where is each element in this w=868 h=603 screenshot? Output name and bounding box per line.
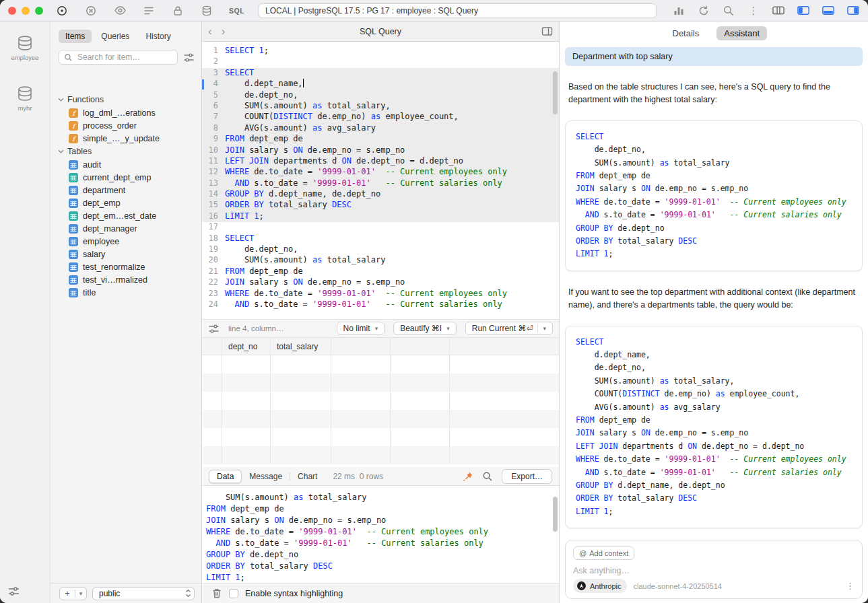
toggle-left-panel-icon[interactable] <box>797 4 810 17</box>
filter-settings-icon[interactable] <box>7 586 20 597</box>
sidebar-item[interactable]: fprocess_order <box>51 119 201 132</box>
lock-icon[interactable] <box>171 4 185 17</box>
toggle-bottom-panel-icon[interactable] <box>822 4 835 17</box>
back-icon[interactable]: ‹ <box>208 26 212 37</box>
tab-assistant[interactable]: Assistant <box>716 26 767 40</box>
tab-bar-icon[interactable] <box>772 4 785 17</box>
code-line: de.dept_no, <box>576 143 852 156</box>
tab-data[interactable]: Data <box>209 470 242 483</box>
sidebar-item[interactable]: audit <box>51 158 201 171</box>
chat-input-placeholder[interactable]: Ask anything… <box>573 566 855 575</box>
main-pane: ‹ › SQL Query 1SELECT 1;23SELECT4 d.dept… <box>202 22 559 603</box>
sidebar-item[interactable]: test_vi…rmalized <box>51 273 201 286</box>
chevron-down-icon: ▾ <box>375 325 378 332</box>
code-line: LIMIT 1; <box>576 248 852 260</box>
message-panel[interactable]: SUM(s.amount) as total_salaryFROM dept_e… <box>202 486 559 583</box>
table-row[interactable] <box>202 392 559 410</box>
sql-badge: SQL <box>229 7 244 15</box>
tab-items[interactable]: Items <box>59 30 92 43</box>
export-button[interactable]: Export… <box>502 469 552 484</box>
chevron-down-icon: ▾ <box>543 325 546 332</box>
schema-select[interactable]: public <box>92 587 195 600</box>
code-line: AVG(s.amount) as avg_salary <box>576 401 852 414</box>
add-item-button[interactable]: + ▾ <box>59 587 87 600</box>
item-label: audit <box>83 160 101 170</box>
column-header[interactable]: total_salary <box>271 338 331 355</box>
toggle-right-panel-icon[interactable] <box>846 4 860 17</box>
connection-myhr[interactable]: myhr <box>0 85 50 112</box>
table-row[interactable] <box>202 410 559 428</box>
tab-history[interactable]: History <box>139 30 177 43</box>
trash-icon[interactable] <box>211 588 222 599</box>
tree-section-functions[interactable]: Functions <box>51 93 201 106</box>
eye-icon[interactable] <box>113 4 127 17</box>
sidebar-item[interactable]: title <box>51 286 201 299</box>
line-number: 19 <box>202 244 225 254</box>
split-view-icon[interactable] <box>541 26 553 36</box>
cursor-position: line 4, column… <box>228 324 283 332</box>
zoom-button[interactable] <box>35 7 43 15</box>
connection-employee[interactable]: employee <box>0 35 50 61</box>
database-icon[interactable] <box>200 4 213 17</box>
tab-details[interactable]: Details <box>673 28 700 38</box>
message-line: SUM(s.amount) as total_salary <box>206 492 559 503</box>
code-line: d.dept_name, <box>576 349 852 361</box>
close-button[interactable] <box>8 7 16 15</box>
sidebar-item[interactable]: salary <box>51 248 201 260</box>
line-number: 15 <box>202 200 225 209</box>
tab-message[interactable]: Message <box>242 470 290 483</box>
queries-list-icon[interactable] <box>142 4 156 17</box>
sidebar-item[interactable]: dept_manager <box>51 222 201 235</box>
sidebar-item[interactable]: employee <box>51 235 201 248</box>
connection-icon[interactable] <box>55 4 69 17</box>
search-results-icon[interactable] <box>482 471 493 482</box>
refresh-icon[interactable] <box>697 4 710 17</box>
kebab-menu-icon[interactable]: ⋮ <box>747 4 760 17</box>
table-icon <box>68 249 78 259</box>
forward-icon[interactable]: › <box>222 26 226 37</box>
disconnect-icon[interactable] <box>84 4 98 17</box>
search-icon[interactable] <box>722 4 735 17</box>
sidebar-item[interactable]: current_dept_emp <box>51 171 201 184</box>
editor-statusbar: line 4, column… No limit ▾ Beautify ⌘I ▾… <box>202 319 559 338</box>
sidebar-item[interactable]: department <box>51 184 201 197</box>
chart-icon[interactable] <box>672 4 686 17</box>
table-row[interactable] <box>202 374 559 392</box>
table-row[interactable] <box>202 446 559 464</box>
kebab-menu-icon[interactable]: ⋮ <box>846 581 855 591</box>
sidebar-item[interactable]: dept_emp <box>51 197 201 209</box>
chat-composer[interactable]: @ Add context Ask anything… Anthropic cl… <box>565 540 863 599</box>
table-row[interactable] <box>202 355 559 374</box>
item-search[interactable] <box>59 50 178 65</box>
provider-selector[interactable]: Anthropic <box>573 579 627 593</box>
table-row[interactable] <box>202 428 559 446</box>
limit-dropdown[interactable]: No limit ▾ <box>337 322 385 335</box>
filter-icon[interactable] <box>183 52 195 63</box>
message-line: ORDER BY total_salary DESC <box>206 561 559 572</box>
table-icon <box>68 262 78 272</box>
text-cursor <box>303 79 304 87</box>
message-line: JOIN salary s ON de.emp_no = s.emp_no <box>206 515 559 526</box>
sidebar-item[interactable]: fsimple_…_y_update <box>51 132 201 145</box>
add-context-button[interactable]: @ Add context <box>573 546 634 560</box>
sidebar-item[interactable]: test_renormalize <box>51 260 201 273</box>
tab-queries[interactable]: Queries <box>94 30 136 43</box>
tab-chart[interactable]: Chart <box>290 470 325 483</box>
minimize-button[interactable] <box>22 7 30 15</box>
sidebar-item[interactable]: dept_em…est_date <box>51 209 201 222</box>
message-scrollbar[interactable] <box>553 497 558 532</box>
pin-icon[interactable] <box>463 471 473 482</box>
tree-section-tables[interactable]: Tables <box>51 145 201 158</box>
message-line: FROM dept_emp de <box>206 503 559 515</box>
search-input[interactable] <box>76 52 172 63</box>
syntax-highlighting-checkbox[interactable] <box>229 589 238 598</box>
beautify-dropdown[interactable]: Beautify ⌘I ▾ <box>393 322 457 335</box>
editor-scrollbar[interactable] <box>553 71 558 114</box>
filter-icon[interactable] <box>208 324 220 334</box>
line-number: 13 <box>202 178 225 188</box>
sidebar-item[interactable]: flog_dml_…erations <box>51 106 201 119</box>
run-current-button[interactable]: Run Current ⌘⏎ ▾ <box>465 322 553 335</box>
sql-editor[interactable]: 1SELECT 1;23SELECT4 d.dept_name,5 de.dep… <box>202 42 559 319</box>
column-header[interactable]: dept_no <box>222 338 271 355</box>
code-line: LIMIT 1; <box>576 505 852 518</box>
